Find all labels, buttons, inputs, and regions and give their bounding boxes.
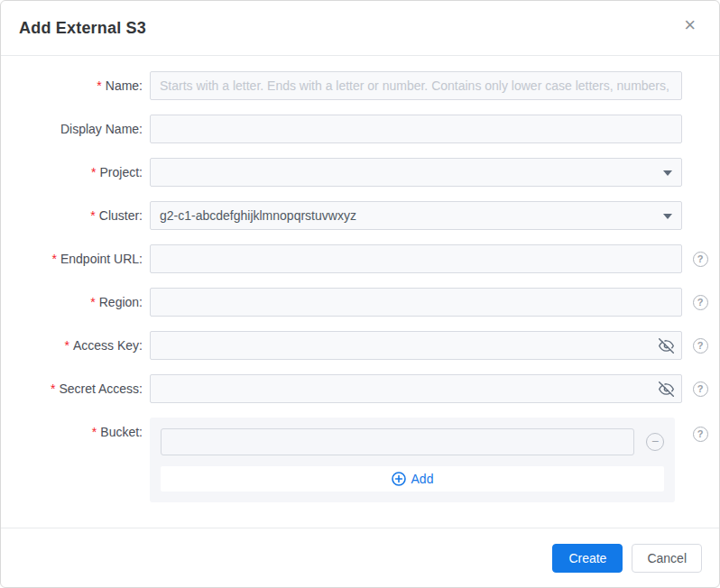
remove-bucket-icon[interactable]: − <box>646 433 664 451</box>
form-row-secret-access: *Secret Access: ? <box>1 374 719 403</box>
cluster-select[interactable] <box>150 201 682 230</box>
form-row-region: *Region: ? <box>1 288 719 317</box>
bucket-label: *Bucket: <box>1 418 143 446</box>
dialog-footer: Create Cancel <box>1 528 719 587</box>
add-external-s3-dialog: Add External S3 × *Name: Display Name: *… <box>0 0 720 588</box>
required-asterisk: * <box>97 78 101 93</box>
required-asterisk: * <box>65 338 69 353</box>
name-label: *Name: <box>1 71 143 100</box>
dialog-title: Add External S3 <box>19 19 146 38</box>
add-bucket-label: Add <box>411 472 434 486</box>
help-icon[interactable]: ? <box>693 427 708 442</box>
plus-circle-icon <box>392 472 406 486</box>
access-key-label: *Access Key: <box>1 331 143 360</box>
endpoint-url-label: *Endpoint URL: <box>1 244 143 273</box>
close-icon[interactable]: × <box>684 15 696 35</box>
cancel-button[interactable]: Cancel <box>632 544 702 573</box>
help-icon[interactable]: ? <box>693 338 708 354</box>
access-key-help: ? <box>691 331 709 360</box>
required-asterisk: * <box>51 381 55 396</box>
eye-off-icon[interactable] <box>659 338 674 354</box>
project-select[interactable] <box>150 158 682 187</box>
secret-access-control <box>150 374 682 403</box>
access-key-control <box>150 331 682 360</box>
endpoint-url-input[interactable] <box>150 244 682 273</box>
form-row-display-name: Display Name: <box>1 115 719 143</box>
required-asterisk: * <box>91 165 96 179</box>
form-row-bucket: *Bucket: − Add ? <box>1 418 719 502</box>
access-key-input[interactable] <box>150 331 682 360</box>
form-row-name: *Name: <box>1 71 719 100</box>
endpoint-url-control <box>150 244 682 273</box>
secret-access-input[interactable] <box>150 374 682 403</box>
help-icon[interactable]: ? <box>693 381 708 397</box>
form-row-project: *Project: <box>1 158 719 187</box>
required-asterisk: * <box>90 295 95 309</box>
dialog-header: Add External S3 × <box>1 1 719 56</box>
dialog-body: *Name: Display Name: *Project: *Cluster: <box>1 56 719 502</box>
bucket-help: ? <box>691 419 709 448</box>
project-control <box>150 158 682 187</box>
required-asterisk: * <box>92 425 97 439</box>
region-input[interactable] <box>150 288 682 317</box>
region-label: *Region: <box>1 288 143 317</box>
form-row-access-key: *Access Key: ? <box>1 331 719 360</box>
region-help: ? <box>691 288 709 317</box>
endpoint-url-help: ? <box>691 244 709 273</box>
secret-access-help: ? <box>691 374 709 403</box>
eye-off-icon[interactable] <box>659 381 674 397</box>
name-input[interactable] <box>150 71 682 100</box>
cluster-label: *Cluster: <box>1 201 143 230</box>
display-name-input[interactable] <box>150 115 682 143</box>
form-row-endpoint-url: *Endpoint URL: ? <box>1 244 719 273</box>
secret-access-label: *Secret Access: <box>1 374 143 403</box>
cluster-control <box>150 201 682 230</box>
display-name-control <box>150 115 682 143</box>
bucket-input[interactable] <box>161 428 634 455</box>
bucket-panel: − Add <box>150 418 675 502</box>
bucket-item-row: − <box>161 428 664 455</box>
help-icon[interactable]: ? <box>693 295 708 310</box>
name-control <box>150 71 682 100</box>
form-row-cluster: *Cluster: <box>1 201 719 230</box>
required-asterisk: * <box>51 252 56 266</box>
display-name-label: Display Name: <box>1 115 143 143</box>
create-button[interactable]: Create <box>552 544 623 573</box>
project-label: *Project: <box>1 158 143 187</box>
required-asterisk: * <box>90 208 95 223</box>
add-bucket-button[interactable]: Add <box>161 466 664 492</box>
help-icon[interactable]: ? <box>693 252 708 267</box>
region-control <box>150 288 682 317</box>
